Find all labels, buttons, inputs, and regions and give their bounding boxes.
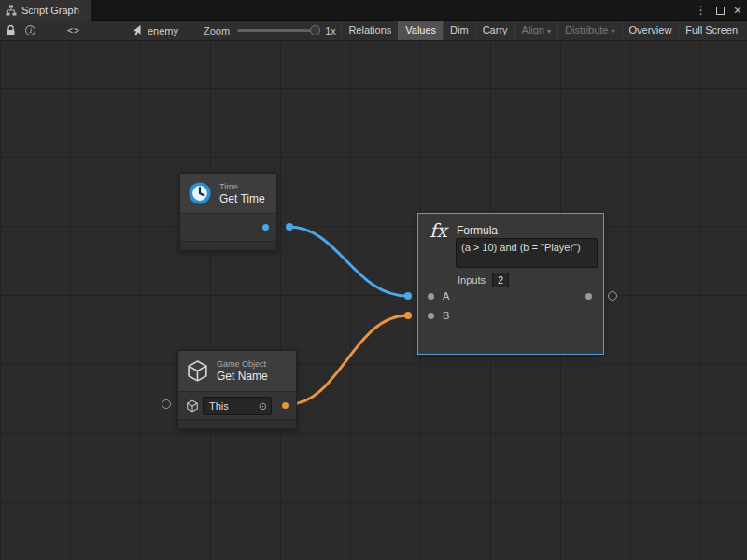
window-close-icon[interactable]: ×: [734, 0, 741, 21]
port-name-output[interactable]: [282, 402, 289, 409]
node-get-name[interactable]: Game Object Get Name This ⊙: [177, 350, 297, 429]
distribute-button-label: Distribute: [565, 24, 608, 35]
clock-icon: [188, 181, 212, 205]
window-menu-icon[interactable]: ⋮: [696, 0, 707, 21]
full-screen-button[interactable]: Full Screen: [678, 21, 744, 40]
formula-fx-icon: fx: [430, 219, 447, 242]
formula-port-a-row: A: [418, 289, 603, 304]
tab-script-graph[interactable]: Script Graph: [0, 0, 91, 21]
node-get-name-body: This ⊙: [178, 391, 296, 419]
zoom-slider-handle[interactable]: [310, 25, 320, 35]
align-button[interactable]: Align▾: [514, 21, 557, 40]
node-title: Get Name: [217, 370, 268, 383]
port-time-output[interactable]: [262, 224, 269, 231]
cube-icon: [186, 399, 199, 413]
port-a-label: A: [443, 290, 449, 301]
node-category: Time: [219, 182, 265, 192]
wire-endpoint-float-dest[interactable]: [404, 292, 412, 300]
wire-getname-to-formula-b[interactable]: [289, 315, 407, 404]
graph-breadcrumb[interactable]: enemy: [131, 21, 178, 40]
zoom-slider[interactable]: [237, 29, 317, 32]
zoom-value: 1x: [325, 25, 336, 36]
inputs-label: Inputs: [458, 274, 486, 286]
formula-output-connector[interactable]: [608, 291, 617, 301]
edit-source-icon[interactable]: <>: [67, 25, 80, 35]
connections-layer: [0, 41, 747, 560]
formula-expression-field[interactable]: (a > 10) and (b = "Player"): [456, 238, 598, 268]
node-get-name-header[interactable]: Game Object Get Name: [178, 351, 296, 391]
port-b-label: B: [443, 310, 449, 321]
graph-toolbar: i <> enemy Zoom 1x Relations Values Dim …: [0, 21, 747, 41]
node-get-time-body: [180, 213, 276, 241]
graph-canvas[interactable]: Time Get Time fx Formula (a > 10) and (b…: [0, 41, 747, 560]
port-result-output[interactable]: [585, 293, 592, 300]
info-icon[interactable]: i: [25, 25, 35, 35]
wire-endpoint-string-dest[interactable]: [404, 312, 412, 319]
target-object-field[interactable]: This ⊙: [203, 397, 272, 415]
toolbar-buttons: Relations Values Dim Carry Align▾ Distri…: [341, 21, 744, 40]
dim-button[interactable]: Dim: [443, 21, 475, 40]
zoom-control: Zoom 1x: [204, 21, 336, 40]
wire-endpoint-float-source[interactable]: [286, 223, 293, 231]
relations-button[interactable]: Relations: [341, 21, 398, 40]
lock-icon[interactable]: [6, 24, 16, 36]
window-controls: ⋮ ×: [696, 0, 745, 21]
chevron-down-icon: ▾: [612, 27, 615, 35]
object-picker-icon[interactable]: ⊙: [259, 400, 271, 413]
align-button-label: Align: [522, 24, 544, 35]
overview-button[interactable]: Overview: [622, 21, 679, 40]
target-object-value: This: [204, 400, 259, 412]
node-get-time-footer: [180, 241, 276, 250]
chevron-down-icon: ▾: [547, 27, 551, 35]
node-title: Formula: [457, 224, 498, 237]
node-title: Get Time: [219, 192, 265, 205]
game-object-cube-icon: [186, 359, 209, 383]
tab-title: Script Graph: [21, 5, 79, 16]
node-formula[interactable]: fx Formula (a > 10) and (b = "Player") I…: [417, 213, 604, 355]
zoom-label: Zoom: [204, 25, 230, 36]
node-category: Game Object: [217, 359, 268, 370]
getname-target-connector[interactable]: [162, 399, 171, 409]
titlebar: Script Graph ⋮ ×: [0, 0, 747, 21]
formula-inputs-row: Inputs 2: [458, 273, 509, 287]
node-get-name-titles: Game Object Get Name: [217, 359, 268, 383]
wire-gettime-to-formula-a[interactable]: [289, 227, 407, 296]
node-get-time[interactable]: Time Get Time: [179, 173, 277, 251]
distribute-button[interactable]: Distribute▾: [557, 21, 621, 40]
script-graph-window: Script Graph ⋮ × i <> enemy Zoom: [0, 0, 747, 560]
values-button[interactable]: Values: [398, 21, 443, 40]
window-maximize-icon[interactable]: [716, 7, 725, 15]
formula-port-b-row: B: [418, 309, 603, 324]
port-a-input[interactable]: [428, 293, 434, 300]
node-get-name-footer: [178, 419, 296, 428]
inputs-count-field[interactable]: 2: [492, 273, 509, 287]
graph-name-label: enemy: [148, 25, 178, 36]
node-get-time-titles: Time Get Time: [219, 182, 265, 205]
node-get-time-header[interactable]: Time Get Time: [180, 174, 276, 213]
port-b-input[interactable]: [428, 313, 434, 319]
cursor-arrow-icon: [131, 24, 142, 36]
script-graph-icon: [6, 5, 17, 16]
toolbar-left-group: i <>: [6, 21, 80, 40]
carry-button[interactable]: Carry: [475, 21, 514, 40]
